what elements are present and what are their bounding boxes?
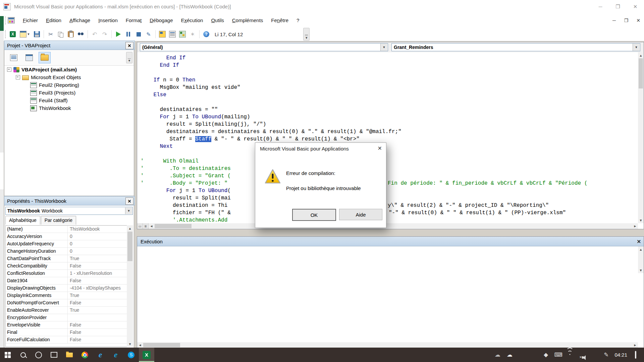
code-editor[interactable]: End If End If If n = 0 Then MsgBox "mail… [137,52,638,223]
scroll-thumb[interactable] [127,232,132,261]
menu-item-fentre[interactable]: Fenêtre [267,15,292,25]
menu-item-outils[interactable]: Outils [207,15,228,25]
procedure-view-icon[interactable]: ▭ [137,223,143,229]
code-horizontal-scrollbar[interactable]: ▭ ≣ ◄ ► [137,223,638,229]
cut-icon[interactable]: ✂ [46,29,56,39]
property-row[interactable]: DoNotPromptForConvertFalse [6,299,127,307]
scroll-left-icon[interactable]: ◄ [149,223,154,229]
toggle-folders-icon[interactable] [39,52,51,63]
chrome-button[interactable] [77,348,93,362]
scroll-down-icon[interactable]: ▼ [127,341,133,347]
project-explorer-icon[interactable] [157,29,167,39]
property-value[interactable]: False [68,277,127,284]
property-value[interactable]: False [68,336,127,343]
file-explorer-button[interactable] [62,348,77,362]
menu-item-insertion[interactable]: Insertion [94,15,122,25]
property-row[interactable]: AutoUpdateFrequency0 [6,240,127,248]
toolbox-icon[interactable]: ✶ [187,29,198,39]
property-row[interactable]: EnvelopeVisibleFalse [6,321,127,329]
property-value[interactable]: 0 [68,233,127,240]
toolbar-overflow-icon[interactable]: ▼ [303,28,310,41]
immediate-window-close-icon[interactable]: ✕ [637,239,641,245]
property-row[interactable]: EnableAutoRecoverTrue [6,307,127,314]
property-value[interactable]: 1 - xlUserResolution [68,270,127,277]
dialog-close-icon[interactable]: ✕ [378,145,382,152]
menu-item-affichage[interactable]: Affichage [65,15,94,25]
immediate-horizontal-scrollbar[interactable]: ◄ ► [137,342,638,348]
procedure-dropdown[interactable]: Grant_Reminders ▼ [391,43,640,51]
property-row[interactable]: ForceFullCalculationFalse [6,336,127,344]
internet-explorer-button[interactable]: e [93,348,108,362]
property-value[interactable]: False [68,321,127,328]
collapse-icon[interactable] [7,67,11,72]
scroll-down-icon[interactable]: ▼ [638,267,644,273]
tab-par-categorie[interactable]: Par catégorie [41,216,76,225]
project-toolbar-overflow-icon[interactable]: ▼ [126,52,132,63]
property-row[interactable]: FinalFalse [6,329,127,336]
property-row[interactable]: ConflictResolution1 - xlUserResolution [6,270,127,277]
property-value[interactable] [68,314,127,321]
dropdown-arrow-icon[interactable]: ▼ [27,33,30,36]
pen-icon[interactable]: ✎ [602,351,610,358]
menu-item-dbogage[interactable]: Débogage [146,15,177,25]
property-value[interactable]: True [68,255,127,262]
project-panel-header[interactable]: Projet - VBAProject ✕ [4,41,135,50]
ok-button[interactable]: OK [292,209,336,221]
property-row[interactable]: (Name)ThisWorkbook [6,226,127,233]
notifications-icon[interactable] [632,352,639,358]
object-selector[interactable]: ThisWorkbook Workbook ▼ [5,207,133,215]
scroll-thumb[interactable] [155,224,192,228]
scroll-up-icon[interactable]: ▲ [127,225,133,231]
property-row[interactable]: EncryptionProvider [6,314,127,321]
menu-item-excution[interactable]: Exécution [177,15,207,25]
cortana-button[interactable] [31,348,46,362]
minimize-icon[interactable]: ─ [592,0,609,13]
menu-item-edition[interactable]: Edition [42,15,65,25]
help-icon[interactable]: ? [201,29,211,39]
properties-panel-header[interactable]: Propriétés - ThisWorkbook ✕ [4,196,135,205]
scroll-down-icon[interactable]: ▼ [638,217,644,223]
skype-button[interactable]: S [123,348,139,362]
properties-panel-close-icon[interactable]: ✕ [125,197,133,205]
immediate-vertical-scrollbar[interactable]: ▲ ▼ [638,246,644,273]
property-value[interactable]: True [68,292,127,299]
undo-icon[interactable]: ↶ [90,29,100,39]
property-row[interactable]: ChangeHistoryDuration0 [6,248,127,255]
help-button[interactable]: Aide [339,209,382,220]
immediate-window-header[interactable]: Exécution ✕ [137,237,644,246]
tree-item[interactable]: ThisWorkbook [4,104,134,112]
menu-item-?[interactable]: ? [292,15,303,25]
paste-icon[interactable] [66,29,76,39]
object-dropdown-arrow-icon[interactable]: ▼ [380,44,387,51]
property-row[interactable]: ChartDataPointTrackTrue [6,255,127,262]
collapse-icon[interactable] [16,75,20,79]
property-value[interactable]: False [68,329,127,336]
copy-icon[interactable] [56,29,66,39]
save-icon[interactable] [32,29,42,39]
property-value[interactable]: False [68,299,127,306]
tree-item[interactable]: VBAProject (mail.xlsm) [4,66,134,73]
scroll-right-icon[interactable]: ► [632,342,638,348]
property-row[interactable]: DisplayDrawingObjects-4104 - xlDisplaySh… [6,285,127,292]
tree-item[interactable]: Feuil2 (Reporting) [4,81,134,89]
tab-alphabetique[interactable]: Alphabétique [5,216,40,225]
clock[interactable]: 04:21 [614,352,627,358]
start-button[interactable] [0,348,15,362]
properties-window-icon[interactable] [167,29,177,39]
procedure-dropdown-arrow-icon[interactable]: ▼ [633,44,640,51]
view-code-icon[interactable] [8,52,20,63]
object-browser-icon[interactable] [177,29,187,39]
scroll-right-icon[interactable]: ► [632,223,638,229]
scroll-up-icon[interactable]: ▲ [638,52,644,58]
scroll-thumb[interactable] [143,343,180,347]
tree-item[interactable]: Feuil3 (Projects) [4,89,134,97]
property-row[interactable]: CheckCompatibilityFalse [6,262,127,270]
project-panel-close-icon[interactable]: ✕ [125,42,133,49]
scroll-left-icon[interactable]: ◄ [137,342,143,348]
tree-item[interactable]: Microsoft Excel Objets [4,73,134,81]
cloud-icon[interactable]: ☁ [506,351,513,358]
child-restore-icon[interactable]: ❐ [623,18,630,23]
onedrive-cloud-icon[interactable]: ☁ [494,351,501,358]
view-object-icon[interactable] [23,52,35,63]
redo-icon[interactable]: ↷ [100,29,110,39]
